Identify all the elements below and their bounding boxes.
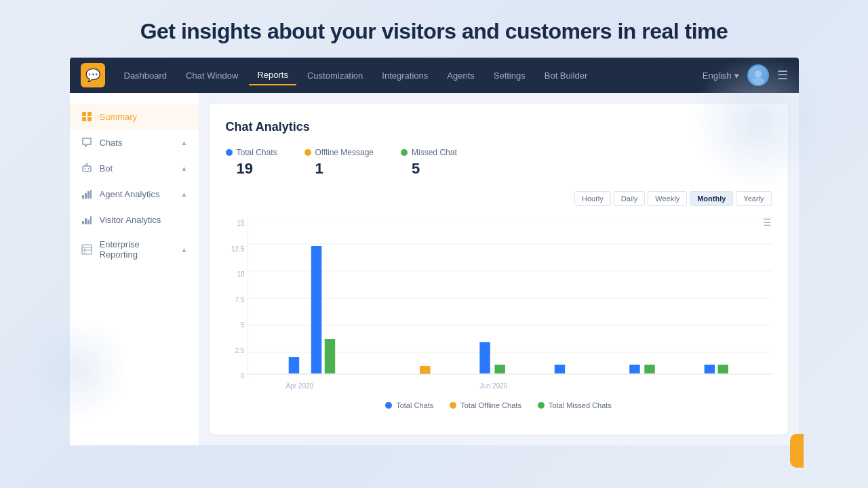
chats-chevron-icon: ▲ — [181, 139, 188, 146]
sidebar-item-enterprise-reporting[interactable]: Enterprise Reporting ▲ — [70, 232, 199, 266]
agent-analytics-chevron-icon: ▲ — [181, 190, 188, 198]
nav-bot-builder[interactable]: Bot Builder — [536, 66, 596, 85]
svg-rect-16 — [85, 218, 87, 224]
svg-rect-12 — [85, 193, 87, 199]
stat-value-missed: 5 — [412, 160, 457, 178]
sidebar-item-agent-analytics[interactable]: Agent Analytics ▲ — [70, 181, 199, 207]
svg-rect-18 — [90, 216, 92, 224]
x-label-apr: Apr 2020 — [286, 382, 314, 390]
svg-rect-35 — [554, 365, 564, 373]
bot-icon — [81, 162, 93, 174]
main-container: 💬 Dashboard Chat Window Reports Customiz… — [70, 58, 799, 445]
chart-legend: Total Chats Total Offline Chats Total Mi… — [226, 401, 772, 409]
summary-icon — [81, 110, 93, 123]
hamburger-icon[interactable]: ☰ — [777, 68, 788, 83]
sidebar-label-enterprise-reporting: Enterprise Reporting — [100, 239, 174, 260]
language-selector[interactable]: English ▾ — [703, 70, 739, 81]
chats-icon — [81, 136, 93, 148]
chart-menu-icon[interactable]: ☰ — [763, 217, 772, 228]
y-label-5: 5 — [226, 321, 245, 329]
time-btn-weekly[interactable]: Weekly — [648, 191, 687, 206]
time-filter: Hourly Daily Weekly Monthly Yearly — [226, 191, 772, 206]
top-nav: 💬 Dashboard Chat Window Reports Customiz… — [70, 58, 799, 93]
offline-dot — [304, 149, 311, 156]
stat-value-offline: 1 — [315, 160, 374, 178]
y-label-15: 15 — [226, 220, 245, 227]
time-btn-yearly[interactable]: Yearly — [736, 191, 771, 206]
visitor-analytics-icon — [81, 214, 93, 226]
x-label-jun: Jun 2020 — [479, 382, 507, 390]
missed-dot — [401, 149, 408, 156]
logo[interactable]: 💬 — [81, 63, 105, 87]
stat-offline-message: Offline Message 1 — [304, 148, 374, 178]
sidebar-item-visitor-analytics[interactable]: Visitor Analytics — [70, 207, 199, 232]
svg-point-10 — [87, 168, 89, 169]
nav-reports[interactable]: Reports — [249, 66, 296, 85]
nav-integrations[interactable]: Integrations — [374, 66, 436, 85]
hero-title: Get insights about your visitors and cus… — [0, 0, 868, 58]
nav-dashboard[interactable]: Dashboard — [116, 66, 176, 85]
svg-rect-31 — [324, 339, 334, 373]
time-btn-daily[interactable]: Daily — [614, 191, 645, 206]
stat-label-offline: Offline Message — [304, 148, 374, 157]
time-btn-hourly[interactable]: Hourly — [574, 191, 611, 206]
y-label-10: 10 — [226, 270, 245, 278]
time-btn-monthly[interactable]: Monthly — [690, 191, 733, 206]
svg-rect-6 — [83, 166, 91, 171]
chart-svg — [248, 217, 772, 380]
sidebar-label-agent-analytics: Agent Analytics — [100, 189, 160, 199]
svg-rect-5 — [87, 117, 92, 121]
legend-dot-total-chats — [385, 402, 392, 409]
logo-icon: 💬 — [81, 63, 105, 87]
avatar[interactable] — [747, 64, 769, 86]
stat-value-total-chats: 19 — [237, 160, 277, 178]
nav-agents[interactable]: Agents — [439, 66, 482, 85]
legend-missed-chats: Total Missed Chats — [538, 401, 612, 409]
floating-cta[interactable] — [790, 434, 804, 468]
svg-rect-30 — [311, 246, 321, 373]
x-axis: Apr 2020 Jun 2020 — [248, 382, 772, 396]
y-label-12.5: 12.5 — [226, 245, 245, 253]
y-axis: 15 12.5 10 7.5 5 2.5 0 — [226, 217, 248, 382]
main-panel: Chat Analytics Total Chats 19 Offline Me… — [210, 104, 788, 434]
legend-dot-missed — [538, 402, 545, 409]
chart-area: ☰ — [248, 217, 772, 396]
sidebar-item-bot[interactable]: Bot ▲ — [70, 155, 199, 181]
svg-rect-13 — [87, 191, 90, 199]
svg-rect-37 — [644, 365, 654, 373]
y-label-0: 0 — [226, 372, 245, 380]
svg-rect-3 — [87, 112, 92, 116]
y-label-7.5: 7.5 — [226, 296, 245, 304]
chevron-down-icon: ▾ — [734, 70, 739, 81]
svg-rect-15 — [82, 221, 84, 224]
svg-rect-14 — [90, 190, 92, 199]
language-label: English — [703, 70, 732, 81]
sidebar-item-chats[interactable]: Chats ▲ — [70, 129, 199, 155]
enterprise-chevron-icon: ▲ — [181, 246, 188, 253]
svg-rect-11 — [82, 195, 84, 199]
sidebar-label-visitor-analytics: Visitor Analytics — [100, 215, 161, 225]
svg-point-1 — [752, 78, 764, 85]
legend-offline-chats: Total Offline Chats — [450, 401, 521, 409]
sidebar-label-chats: Chats — [100, 138, 123, 148]
svg-rect-17 — [87, 220, 90, 224]
svg-rect-19 — [82, 245, 92, 254]
legend-total-chats: Total Chats — [385, 401, 433, 409]
nav-customization[interactable]: Customization — [299, 66, 371, 85]
nav-chat-window[interactable]: Chat Window — [178, 66, 246, 85]
svg-rect-33 — [479, 342, 490, 373]
sidebar-label-summary: Summary — [100, 112, 138, 122]
sidebar-item-summary[interactable]: Summary — [70, 104, 199, 129]
stat-label-missed: Missed Chat — [401, 148, 457, 157]
svg-point-0 — [754, 70, 762, 78]
nav-settings[interactable]: Settings — [486, 66, 534, 85]
enterprise-reporting-icon — [81, 243, 93, 256]
stat-missed-chat: Missed Chat 5 — [401, 148, 457, 178]
svg-rect-36 — [629, 365, 639, 373]
chart-wrapper: 15 12.5 10 7.5 5 2.5 0 ☰ — [226, 217, 772, 396]
stats-row: Total Chats 19 Offline Message 1 Missed … — [226, 148, 772, 178]
stat-total-chats: Total Chats 19 — [226, 148, 277, 178]
agent-analytics-icon — [81, 188, 93, 200]
panel-title: Chat Analytics — [226, 120, 772, 134]
svg-rect-29 — [288, 357, 298, 373]
